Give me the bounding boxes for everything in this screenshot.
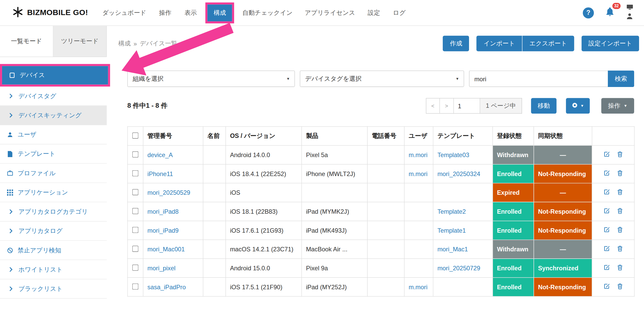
template-link[interactable]: Template03 — [437, 151, 469, 158]
row-checkbox[interactable] — [132, 264, 139, 271]
edit-button[interactable] — [600, 245, 614, 253]
device-link[interactable]: mori_pixel — [147, 265, 175, 272]
nav-item-app-license[interactable]: アプリライセンス — [299, 0, 361, 25]
search-input[interactable] — [469, 71, 608, 87]
notifications-button[interactable]: 32 — [604, 6, 615, 19]
device-link[interactable]: mori_Mac001 — [147, 246, 185, 253]
sidebar-item-label: アプリカタログ — [18, 227, 63, 235]
sidebar-item-device-kitting[interactable]: デバイスキッティング — [0, 106, 107, 125]
search-button[interactable]: 検索 — [608, 71, 634, 87]
device-tag-select-value: デバイスタグを選択 — [305, 75, 362, 83]
template-link[interactable]: Template1 — [437, 227, 466, 234]
nav-item-settings[interactable]: 設定 — [361, 0, 387, 25]
profile-icon — [6, 170, 14, 176]
delete-button[interactable] — [613, 264, 626, 272]
sidebar-item-label: デバイスタグ — [18, 92, 56, 100]
device-link[interactable]: iPhone11 — [147, 170, 173, 177]
tab-list-mode[interactable]: 一覧モード — [0, 26, 53, 57]
edit-button[interactable] — [600, 264, 614, 272]
row-checkbox[interactable] — [132, 189, 139, 195]
cell-template — [433, 278, 493, 297]
device-link[interactable]: mori_20250529 — [147, 189, 190, 196]
edit-button[interactable] — [600, 226, 614, 234]
next-page-button[interactable]: > — [440, 98, 454, 114]
user-link[interactable]: m.mori — [409, 170, 427, 177]
sidebar: 一覧モード ツリーモード デバイスデバイスタグデバイスキッティングユーザテンプレ… — [0, 26, 107, 309]
sidebar-item-applications[interactable]: アプリケーション — [0, 183, 107, 202]
device-tag-select[interactable]: デバイスタグを選択 ▼ — [300, 71, 464, 87]
select-all-checkbox[interactable] — [132, 132, 139, 138]
template-link[interactable]: mori_20250729 — [437, 265, 480, 272]
sidebar-item-devices[interactable]: デバイス — [2, 66, 108, 84]
chevron-down-icon: ▼ — [624, 104, 627, 108]
page-number-input[interactable] — [454, 98, 480, 114]
cell-os-version: iOS 17.6.1 (21G93) — [226, 221, 302, 240]
row-checkbox[interactable] — [132, 227, 139, 233]
device-link[interactable]: sasa_iPadPro — [147, 284, 186, 291]
nav-item-dashboard[interactable]: ダッシュボード — [96, 0, 152, 25]
prev-page-button[interactable]: < — [426, 98, 440, 114]
edit-button[interactable] — [600, 283, 614, 291]
delete-button[interactable] — [613, 189, 626, 197]
nav-item-view[interactable]: 表示 — [178, 0, 203, 25]
nav-item-auto-checkin[interactable]: 自動チェックイン — [236, 0, 299, 25]
table-settings-button[interactable]: ▼ — [566, 98, 590, 114]
create-button[interactable]: 作成 — [443, 36, 469, 51]
delete-button[interactable] — [613, 245, 626, 253]
row-checkbox[interactable] — [132, 151, 139, 157]
user-link[interactable]: m.mori — [409, 151, 427, 158]
nav-item-log[interactable]: ログ — [387, 0, 412, 25]
sidebar-item-users[interactable]: ユーザ — [0, 125, 107, 144]
tab-tree-mode[interactable]: ツリーモード — [53, 26, 107, 57]
row-checkbox[interactable] — [132, 283, 139, 290]
delete-button[interactable] — [613, 283, 626, 291]
cell-device-id: mori_iPad8 — [143, 202, 203, 221]
sidebar-item-prohibited-app-detection[interactable]: 禁止アプリ検知 — [0, 241, 107, 260]
export-button[interactable]: エクスポート — [522, 36, 574, 51]
sidebar-item-blacklist[interactable]: ブラックリスト — [0, 279, 107, 299]
edit-button[interactable] — [600, 189, 614, 197]
device-link[interactable]: device_A — [147, 151, 173, 158]
cell-name — [203, 278, 226, 297]
settings-import-button[interactable]: 設定インポート — [581, 36, 639, 51]
template-link[interactable]: mori_20250324 — [437, 170, 480, 177]
device-link[interactable]: mori_iPad8 — [147, 208, 179, 215]
main-content: 構成 » デバイス一覧 作成 インポート エクスポート 設定インポート 組織を選… — [107, 26, 644, 309]
import-button[interactable]: インポート — [477, 36, 522, 51]
cell-user — [404, 259, 433, 278]
account-menu[interactable] — [626, 4, 633, 21]
device-link[interactable]: mori_iPad9 — [147, 227, 179, 234]
edit-button[interactable] — [600, 151, 614, 159]
edit-button[interactable] — [600, 208, 614, 216]
results-bar: 8 件中1 - 8 件 < > 1 ページ中 移動 ▼ — [127, 98, 634, 114]
sidebar-item-whitelist[interactable]: ホワイトリスト — [0, 260, 107, 279]
cell-actions — [592, 221, 634, 240]
sidebar-item-app-catalog-categories[interactable]: アプリカタログカテゴリ — [0, 202, 107, 221]
app-logo[interactable]: BIZMOBILE GO! — [12, 6, 88, 19]
go-to-page-button[interactable]: 移動 — [531, 98, 557, 114]
cell-template — [433, 183, 493, 202]
sidebar-item-profiles[interactable]: プロファイル — [0, 164, 107, 183]
nav-item-operations[interactable]: 操作 — [152, 0, 178, 25]
delete-button[interactable] — [613, 170, 626, 178]
organization-select[interactable]: 組織を選択 ▼ — [127, 71, 295, 87]
row-checkbox[interactable] — [132, 208, 139, 214]
delete-button[interactable] — [613, 226, 626, 234]
edit-button[interactable] — [600, 170, 614, 178]
template-link[interactable]: Template2 — [437, 208, 466, 215]
template-link[interactable]: mori_Mac1 — [437, 246, 468, 253]
breadcrumb-parent[interactable]: 構成 — [118, 39, 131, 47]
user-link[interactable]: m.mori — [409, 284, 427, 291]
sidebar-item-app-catalog[interactable]: アプリカタログ — [0, 221, 107, 241]
delete-button[interactable] — [613, 208, 626, 216]
nav-item-configuration[interactable]: 構成 — [207, 4, 232, 21]
operations-dropdown-button[interactable]: 操作 ▼ — [601, 98, 634, 114]
sidebar-item-device-tags[interactable]: デバイスタグ — [0, 86, 107, 106]
row-checkbox[interactable] — [132, 245, 139, 252]
help-button[interactable]: ? — [583, 7, 594, 18]
chevron-right-icon — [7, 113, 14, 118]
row-checkbox[interactable] — [132, 170, 139, 176]
sidebar-item-templates[interactable]: テンプレート — [0, 144, 107, 164]
cell-actions — [592, 240, 634, 259]
delete-button[interactable] — [613, 151, 626, 159]
